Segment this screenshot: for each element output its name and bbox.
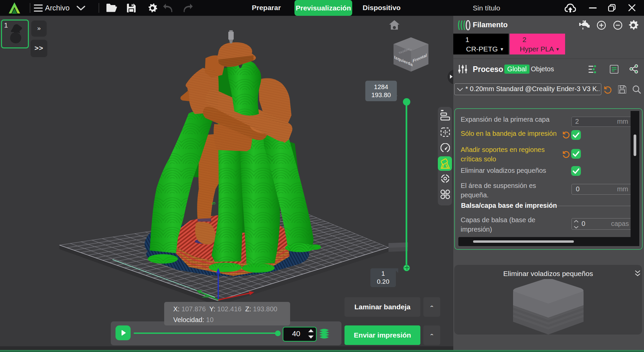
svg-text:5: 5 — [211, 202, 216, 205]
